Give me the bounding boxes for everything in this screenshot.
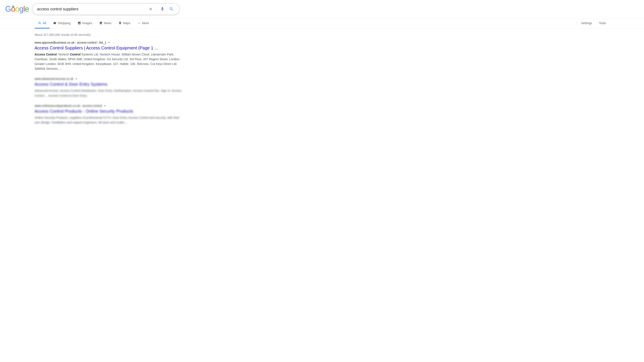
settings-label: Settings [581,21,592,25]
search-input[interactable]: access control suppliers [37,7,145,11]
search-icon [169,7,174,11]
nav-tabs: All Shopping Images News Maps More [0,18,644,29]
logo-o2: o [15,4,19,13]
tools-label: Tools [599,21,606,25]
search-bar: access control suppliers [32,3,179,15]
result-snippet: Online Security Products, suppliers of p… [34,115,186,125]
result-url: www.advanced-access.co.uk [34,77,74,80]
tab-shopping-label: Shopping [58,21,70,25]
result-url-row: www.advanced-access.co.uk ▾ [34,77,186,80]
image-tab-icon [78,21,81,25]
clear-icon [148,7,153,11]
results-count: About 317,000,000 results (0.60 seconds) [34,33,610,36]
logo-o1-wrapper: o [11,4,15,13]
tag-tab-icon [53,21,56,25]
result-url: www.approvedbusiness.co.uk › access-cont… [34,41,106,44]
result-url-dropdown-arrow: ▾ [76,77,77,80]
tab-maps-label: Maps [123,21,130,25]
result-title-link: Access Control Products - Online Securit… [34,108,186,114]
newspaper-tab-icon [99,21,102,25]
search-divider [156,6,156,12]
result-url: www.onlinesecurityproducts.co.uk › acces… [34,104,102,107]
search-bar-wrapper: access control suppliers [32,3,179,15]
tab-images-label: Images [82,21,92,25]
tab-more-label: More [142,21,149,25]
result-item: www.approvedbusiness.co.uk › access-cont… [34,41,186,71]
tab-all-label: All [43,21,46,25]
google-logo[interactable]: G o o g l e [5,4,29,13]
dots-tab-icon [137,21,141,25]
logo-text: G o o g l e [5,4,29,13]
logo-l: l [23,4,25,13]
tab-shopping[interactable]: Shopping [50,18,74,28]
logo-house-icon [12,5,15,8]
result-item: www.advanced-access.co.uk ▾ Access Contr… [34,77,186,98]
tools-link[interactable]: Tools [596,18,610,28]
header: G o o g l e access control suppliers [0,0,644,18]
result-url-dropdown-arrow: ▾ [104,104,106,107]
voice-search-button[interactable] [159,6,166,12]
settings-link[interactable]: Settings [578,18,596,28]
result-url-dropdown-arrow[interactable]: ▾ [108,41,110,44]
clear-button[interactable] [148,6,154,12]
tab-news[interactable]: News [96,18,115,28]
result-url-row: www.approvedbusiness.co.uk › access-cont… [34,41,186,44]
result-snippet: Advanced Access. Access Control Distribu… [34,88,186,98]
logo-g2: g [19,4,23,13]
search-button[interactable] [168,6,175,12]
nav-settings-group: Settings Tools [576,18,610,28]
search-tab-icon [38,21,42,25]
logo-g1: G [5,4,11,13]
search-bar-icons [148,6,175,12]
tab-news-label: News [104,21,112,25]
result-item: www.onlinesecurityproducts.co.uk › acces… [34,104,186,125]
tab-more[interactable]: More [134,18,152,28]
microphone-icon [160,7,165,11]
tab-all[interactable]: All [34,18,50,28]
nav-divider [576,21,577,26]
result-title-link[interactable]: Access Control Suppliers | Access Contro… [34,45,186,51]
svg-marker-0 [12,5,14,7]
result-snippet: Access Control. Nortech Control Systems … [34,52,186,71]
tab-images[interactable]: Images [74,18,96,28]
pin-tab-icon [118,21,122,25]
result-title-link: Access Control & Door Entry Systems [34,81,186,87]
logo-e: e [25,4,29,13]
result-url-row: www.onlinesecurityproducts.co.uk › acces… [34,104,186,107]
tab-maps[interactable]: Maps [115,18,134,28]
results-area: About 317,000,000 results (0.60 seconds)… [0,29,644,135]
